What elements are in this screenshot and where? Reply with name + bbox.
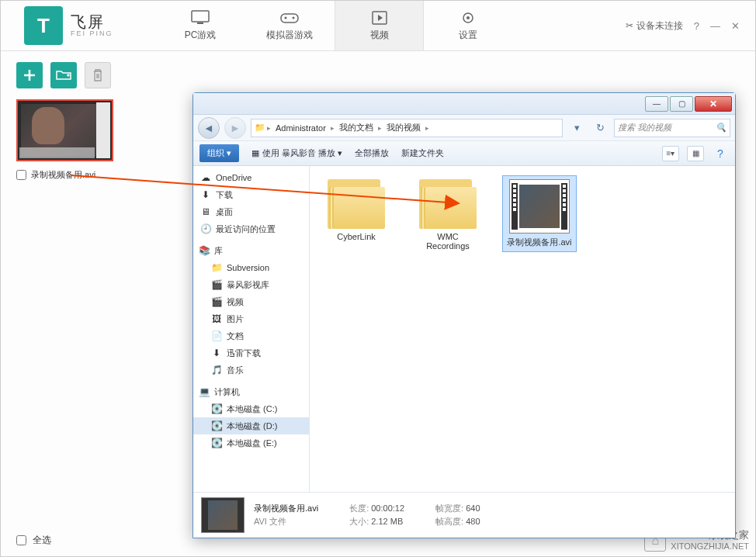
- doc-icon: 📄: [210, 330, 223, 342]
- cloud-icon: ☁: [199, 171, 212, 184]
- device-status: ✂ 设备未连接: [626, 19, 683, 33]
- preview-pane-button[interactable]: ▦: [687, 146, 704, 161]
- tab-emulator-games[interactable]: 模拟器游戏: [245, 1, 335, 50]
- nav-back-button[interactable]: ◄: [198, 117, 220, 139]
- breadcrumb[interactable]: 📁 ▸ Administrator ▸ 我的文档 ▸ 我的视频 ▸: [251, 119, 563, 137]
- music-icon: 🎵: [210, 364, 223, 376]
- nav-forward-button[interactable]: ►: [224, 117, 246, 139]
- explorer-nav: ◄ ► 📁 ▸ Administrator ▸ 我的文档 ▸ 我的视频 ▸ ▾ …: [193, 115, 735, 141]
- tree-item-music[interactable]: 🎵音乐: [193, 362, 309, 379]
- app-header: T 飞屏 FEI PING PC游戏 模拟器游戏 视频 设置: [1, 1, 755, 51]
- image-icon: 🖼: [210, 313, 223, 325]
- refresh-button[interactable]: ↻: [591, 119, 609, 137]
- tree-item-videos[interactable]: 🎬视频: [193, 293, 309, 310]
- video-file-icon: [509, 179, 570, 234]
- explorer-titlebar[interactable]: — ▢ ✕: [193, 93, 735, 115]
- logo-area: T 飞屏 FEI PING: [1, 1, 156, 50]
- drive-icon: 💽: [210, 420, 223, 432]
- tree-item-drive-d[interactable]: 💽本地磁盘 (D:): [193, 417, 309, 434]
- tree-item-documents[interactable]: 📄文档: [193, 327, 309, 344]
- logo-text-en: FEI PING: [71, 30, 113, 38]
- explorer-maximize-button[interactable]: ▢: [670, 96, 693, 112]
- video-icon: 🎬: [210, 296, 223, 308]
- view-mode-button[interactable]: ≡▾: [662, 146, 679, 161]
- tree-item-drive-c[interactable]: 💽本地磁盘 (C:): [193, 400, 309, 417]
- svg-point-3: [285, 16, 287, 19]
- app-window: T 飞屏 FEI PING PC游戏 模拟器游戏 视频 设置: [0, 0, 756, 557]
- tree-item-recent[interactable]: 🕘最近访问的位置: [193, 220, 309, 237]
- tree-item-pictures[interactable]: 🖼图片: [193, 310, 309, 327]
- breadcrumb-dropdown[interactable]: ▾: [567, 119, 586, 137]
- file-item-folder[interactable]: WMC Recordings: [411, 175, 485, 254]
- folder-icon: 📁: [255, 123, 265, 133]
- svg-point-4: [293, 16, 295, 19]
- file-list: CyberLink WMC Recordings 录制视频备用.avi: [310, 166, 735, 492]
- tree-item-drive-e[interactable]: 💽本地磁盘 (E:): [193, 434, 309, 451]
- video-item[interactable]: 录制视频备用.avi: [16, 99, 113, 181]
- explorer-window: — ▢ ✕ ◄ ► 📁 ▸ Administrator ▸ 我的文档 ▸ 我的视…: [192, 92, 736, 538]
- explorer-toolbar: 组织 ▾ ▦ 使用 暴风影音 播放 ▾ 全部播放 新建文件夹 ≡▾ ▦ ?: [193, 141, 735, 166]
- desktop-icon: 🖥: [199, 206, 212, 218]
- tab-pc-games[interactable]: PC游戏: [156, 1, 245, 50]
- video-icon: 🎬: [210, 278, 223, 291]
- header-right: ✂ 设备未连接 ? — ✕: [546, 1, 755, 50]
- explorer-close-button[interactable]: ✕: [695, 96, 732, 112]
- play-all-button[interactable]: 全部播放: [355, 147, 389, 159]
- import-folder-button[interactable]: [50, 62, 77, 88]
- logo-text-cn: 飞屏: [71, 13, 113, 30]
- tree-item-onedrive[interactable]: ☁OneDrive: [193, 169, 309, 186]
- organize-button[interactable]: 组织 ▾: [199, 144, 239, 162]
- computer-icon: 💻: [198, 386, 210, 398]
- explorer-minimize-button[interactable]: —: [645, 96, 668, 112]
- tree-item-xunlei[interactable]: ⬇迅雷下载: [193, 344, 309, 362]
- select-all-checkbox[interactable]: [16, 535, 26, 545]
- breadcrumb-item[interactable]: 我的文档: [336, 122, 376, 133]
- help-button[interactable]: ?: [694, 20, 699, 32]
- file-item-folder[interactable]: CyberLink: [319, 175, 394, 245]
- play-with-button[interactable]: ▦ 使用 暴风影音 播放 ▾: [251, 147, 342, 159]
- svg-rect-0: [192, 11, 209, 22]
- search-input[interactable]: 搜索 我的视频 🔍: [614, 119, 730, 137]
- download-icon: ⬇: [210, 347, 223, 359]
- tree-libraries[interactable]: 📚库: [193, 242, 309, 259]
- new-folder-button[interactable]: 新建文件夹: [401, 147, 444, 159]
- close-button[interactable]: ✕: [731, 20, 740, 32]
- monitor-icon: [189, 10, 211, 26]
- add-button[interactable]: [16, 62, 43, 88]
- breadcrumb-item[interactable]: Administrator: [272, 123, 329, 133]
- tree-item-subversion[interactable]: 📁Subversion: [193, 259, 309, 276]
- tree-computer[interactable]: 💻计算机: [193, 383, 309, 400]
- help-button[interactable]: ?: [712, 146, 729, 161]
- details-filename: 录制视频备用.avi: [254, 503, 318, 514]
- tree-item-desktop[interactable]: 🖥桌面: [193, 203, 309, 220]
- media-icon: ▦: [251, 148, 259, 158]
- tab-video[interactable]: 视频: [335, 1, 424, 50]
- video-filename: 录制视频备用.avi: [31, 169, 95, 181]
- tree-item-baofeng[interactable]: 🎬暴风影视库: [193, 276, 309, 293]
- folder-icon: [328, 179, 385, 229]
- video-checkbox[interactable]: [16, 170, 26, 180]
- gear-icon: [457, 10, 479, 26]
- svg-rect-1: [197, 22, 203, 24]
- select-all-bar: 全选: [16, 534, 51, 547]
- drive-icon: 💽: [210, 403, 223, 415]
- svn-icon: 📁: [210, 261, 223, 274]
- download-icon: ⬇: [199, 189, 212, 201]
- play-icon: [369, 10, 390, 26]
- library-icon: 📚: [198, 244, 210, 257]
- gamepad-icon: [279, 10, 300, 26]
- delete-button[interactable]: [85, 62, 111, 88]
- tree-item-downloads[interactable]: ⬇下载: [193, 186, 309, 203]
- search-icon: 🔍: [716, 123, 727, 133]
- select-all-label: 全选: [33, 534, 51, 547]
- folder-tree: ☁OneDrive ⬇下载 🖥桌面 🕘最近访问的位置 📚库 📁Subversio…: [193, 166, 310, 492]
- drive-icon: 💽: [210, 437, 223, 449]
- details-pane: 录制视频备用.avi 长度: 00:00:12 帧宽度: 640 AVI 文件 …: [193, 492, 735, 537]
- app-logo: T: [24, 6, 63, 45]
- minimize-button[interactable]: —: [710, 20, 720, 32]
- breadcrumb-item[interactable]: 我的视频: [383, 122, 424, 133]
- svg-rect-2: [281, 14, 298, 22]
- tab-settings[interactable]: 设置: [424, 1, 513, 50]
- explorer-body: ☁OneDrive ⬇下载 🖥桌面 🕘最近访问的位置 📚库 📁Subversio…: [193, 166, 735, 492]
- file-item-video[interactable]: 录制视频备用.avi: [502, 175, 577, 252]
